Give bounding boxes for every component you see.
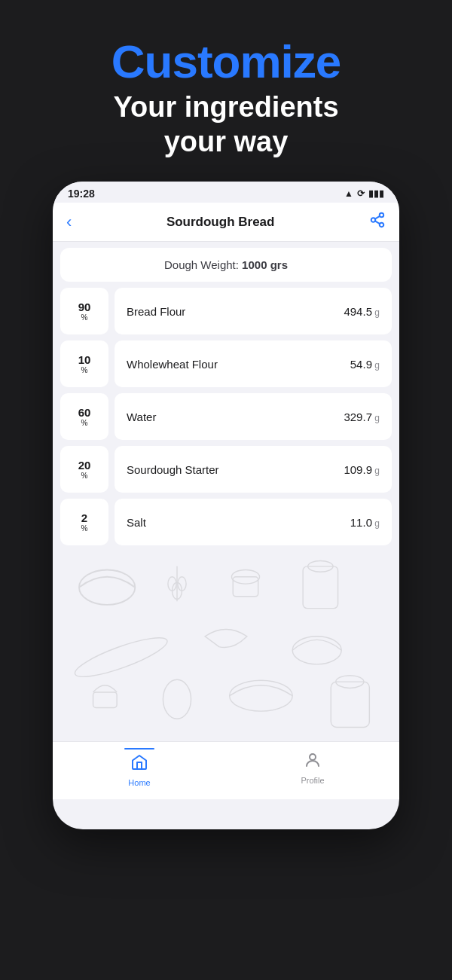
table-row[interactable]: 10% Wholewheat Flour 54.9 g bbox=[60, 340, 392, 387]
ingredient-pct: 20% bbox=[60, 446, 108, 493]
app-header: ‹ Sourdough Bread bbox=[53, 203, 399, 242]
ingredient-detail: Sourdough Starter 109.9 g bbox=[115, 446, 392, 493]
ingredient-name: Water bbox=[127, 411, 156, 423]
tab-profile[interactable]: Profile bbox=[290, 751, 335, 785]
status-icons: ▲ ⟳ ▮▮▮ bbox=[344, 188, 384, 199]
ingredient-pct: 2% bbox=[60, 499, 108, 545]
status-bar: 19:28 ▲ ⟳ ▮▮▮ bbox=[53, 182, 399, 203]
table-row[interactable]: 2% Salt 11.0 g bbox=[60, 499, 392, 545]
ingredient-pct: 60% bbox=[60, 393, 108, 440]
svg-line-4 bbox=[375, 216, 380, 219]
table-row[interactable]: 60% Water 329.7 g bbox=[60, 393, 392, 440]
ingredient-name: Sourdough Starter bbox=[127, 463, 219, 476]
back-button[interactable]: ‹ bbox=[66, 212, 72, 232]
svg-point-15 bbox=[292, 637, 341, 664]
tab-profile-label: Profile bbox=[301, 776, 324, 785]
home-icon bbox=[130, 753, 148, 776]
promo-subtitle: Your ingredientsyour way bbox=[23, 90, 429, 159]
ingredient-amount: 109.9 g bbox=[344, 463, 380, 476]
signal-icon: ▲ bbox=[344, 188, 353, 199]
ingredient-name: Wholewheat Flour bbox=[127, 358, 218, 371]
recipe-title: Sourdough Bread bbox=[166, 215, 275, 230]
svg-rect-12 bbox=[303, 566, 337, 609]
share-button[interactable] bbox=[369, 212, 386, 232]
svg-line-3 bbox=[375, 221, 380, 224]
dough-weight-row: Dough Weight: 1000 grs bbox=[60, 248, 392, 282]
dough-weight-label: Dough Weight: bbox=[164, 258, 242, 271]
ingredient-pct: 90% bbox=[60, 288, 108, 334]
table-row[interactable]: 90% Bread Flour 494.5 g bbox=[60, 288, 392, 334]
promo-title: Customize bbox=[23, 36, 429, 87]
dough-weight-value: 1000 grs bbox=[242, 258, 288, 271]
status-time: 19:28 bbox=[68, 188, 95, 200]
ingredient-detail: Salt 11.0 g bbox=[115, 499, 392, 545]
svg-point-21 bbox=[310, 754, 316, 760]
ingredient-detail: Water 329.7 g bbox=[115, 393, 392, 440]
ingredient-name: Salt bbox=[127, 516, 146, 529]
svg-rect-16 bbox=[93, 692, 118, 707]
svg-rect-19 bbox=[331, 682, 369, 727]
ingredient-detail: Bread Flour 494.5 g bbox=[115, 288, 392, 334]
ingredients-list: 90% Bread Flour 494.5 g 10% Wholewheat F… bbox=[53, 288, 399, 545]
ingredient-amount: 54.9 g bbox=[350, 358, 380, 371]
profile-icon bbox=[304, 751, 322, 774]
svg-point-5 bbox=[79, 570, 135, 605]
ingredient-pct: 10% bbox=[60, 340, 108, 387]
wifi-icon: ⟳ bbox=[357, 188, 365, 199]
ingredient-amount: 11.0 g bbox=[350, 516, 380, 529]
battery-icon: ▮▮▮ bbox=[368, 188, 384, 199]
tab-home[interactable]: Home bbox=[117, 748, 162, 787]
promo-header: Customize Your ingredientsyour way bbox=[0, 0, 452, 182]
tab-bar: Home Profile bbox=[53, 741, 399, 799]
ingredient-detail: Wholewheat Flour 54.9 g bbox=[115, 340, 392, 387]
table-row[interactable]: 20% Sourdough Starter 109.9 g bbox=[60, 446, 392, 493]
tab-home-label: Home bbox=[128, 778, 150, 787]
ingredient-amount: 329.7 g bbox=[344, 411, 380, 423]
svg-point-14 bbox=[72, 631, 171, 685]
ingredient-name: Bread Flour bbox=[127, 305, 185, 318]
ingredient-amount: 494.5 g bbox=[344, 305, 380, 318]
svg-point-17 bbox=[163, 680, 191, 719]
svg-rect-10 bbox=[233, 577, 258, 597]
pattern-area bbox=[53, 545, 399, 741]
phone-frame: 19:28 ▲ ⟳ ▮▮▮ ‹ Sourdough Bread Dough We… bbox=[53, 182, 399, 829]
